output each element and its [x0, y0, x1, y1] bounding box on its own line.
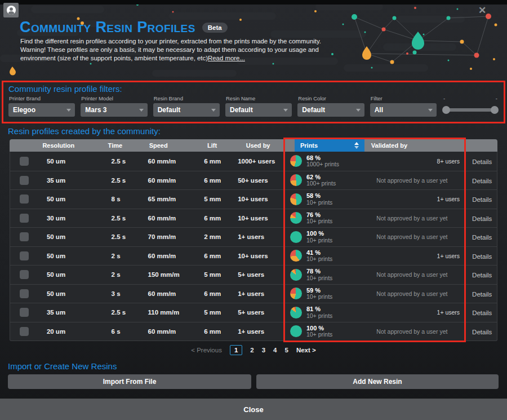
success-rate: 100 % — [306, 230, 332, 237]
slider-track — [446, 108, 495, 112]
filter-label: Resin Brand — [154, 95, 220, 101]
resin-color-select[interactable]: Default — [297, 103, 364, 117]
filter-label: Printer Model — [81, 95, 147, 101]
header-speed[interactable]: Speed — [140, 139, 198, 152]
cell-used-by: 1000+ users — [228, 158, 284, 165]
range-slider[interactable] — [442, 103, 499, 117]
read-more-link[interactable]: Read more... — [208, 55, 245, 61]
cell-used-by: 5+ users — [228, 309, 284, 316]
row-checkbox[interactable] — [20, 157, 29, 166]
row-checkbox[interactable] — [20, 176, 29, 185]
prints-count: 10+ prints — [306, 313, 332, 320]
table-row: 50 um 8 s 65 mm/m 5 mm 10+ users 58 % 10… — [10, 189, 497, 209]
details-link[interactable]: Details — [472, 329, 492, 335]
filter-label: Resin Color — [298, 95, 364, 101]
printer-brand-select[interactable]: Elegoo — [8, 103, 75, 117]
header-validated-by[interactable]: Validated by — [364, 139, 464, 152]
cell-speed: 60 mm/m — [138, 177, 194, 184]
cell-resolution: 50 um — [37, 271, 102, 278]
table-row: 50 um 2 s 150 mm/m 5 mm 5+ users 78 % 10… — [10, 265, 497, 284]
close-icon[interactable]: ✕ — [476, 5, 488, 17]
cell-prints: 62 % 100+ prints — [284, 174, 359, 187]
header-resolution[interactable]: Resolution — [33, 139, 98, 152]
prints-count: 1000+ prints — [306, 161, 339, 168]
pagination-page-2[interactable]: 2 — [250, 347, 254, 353]
details-link[interactable]: Details — [472, 215, 492, 222]
cell-lift: 6 mm — [194, 215, 228, 222]
table-row: 50 um 2.5 s 60 mm/m 6 mm 1000+ users 68 … — [10, 152, 497, 171]
cell-lift: 5 mm — [194, 271, 228, 278]
pagination-next[interactable]: Next > — [296, 347, 316, 353]
cell-speed: 60 mm/m — [138, 328, 194, 335]
details-link[interactable]: Details — [472, 196, 492, 203]
prints-count: 10+ prints — [306, 256, 332, 263]
filter-label: Printer Brand — [9, 95, 75, 101]
row-checkbox[interactable] — [20, 327, 29, 336]
cell-time: 2 s — [102, 253, 139, 259]
details-link[interactable]: Details — [472, 272, 492, 278]
details-link[interactable]: Details — [472, 178, 492, 184]
cell-prints: 59 % 10+ prints — [284, 287, 359, 300]
close-button[interactable]: Close — [240, 405, 266, 414]
top-bar — [0, 0, 507, 5]
details-link[interactable]: Details — [472, 310, 492, 316]
cell-validated-by: Not approved by a user yet — [359, 271, 466, 278]
printer-model-select[interactable]: Mars 3 — [81, 103, 147, 117]
prints-success-pie-icon — [290, 212, 302, 224]
description-text: Find the different resin profiles accord… — [20, 37, 337, 63]
beta-badge: Beta — [202, 23, 228, 33]
success-rate: 58 % — [306, 192, 332, 199]
details-link[interactable]: Details — [472, 291, 492, 298]
details-link[interactable]: Details — [472, 158, 492, 165]
row-checkbox[interactable] — [20, 308, 29, 317]
chevron-down-icon — [428, 109, 433, 112]
resin-brand-select[interactable]: Default — [153, 103, 220, 117]
community-resin-profiles-dialog: ✕ Community Resin Profiles Beta Find the… — [0, 0, 507, 420]
details-link[interactable]: Details — [472, 234, 492, 241]
details-link[interactable]: Details — [472, 253, 492, 260]
pagination-page-4[interactable]: 4 — [273, 347, 277, 353]
row-checkbox[interactable] — [20, 251, 29, 260]
row-checkbox[interactable] — [20, 214, 29, 223]
header-used-by[interactable]: Used by — [237, 139, 295, 152]
chevron-down-icon — [139, 109, 144, 112]
cell-lift: 5 mm — [194, 196, 228, 202]
cell-time: 8 s — [102, 196, 139, 202]
page-title: Community Resin Profiles — [20, 19, 195, 36]
cell-used-by: 50+ users — [228, 177, 284, 184]
header-checkbox-column — [10, 139, 33, 152]
filter-select[interactable]: All — [370, 103, 437, 117]
cell-prints: 100 % 10+ prints — [284, 325, 359, 338]
cell-time: 2.5 s — [102, 309, 139, 316]
cell-time: 2.5 s — [102, 233, 139, 240]
slider-handle-min[interactable] — [442, 106, 450, 114]
row-checkbox[interactable] — [20, 232, 29, 241]
cell-validated-by: 8+ users — [359, 158, 466, 165]
import-from-file-button[interactable]: Import From File — [8, 374, 251, 389]
row-checkbox[interactable] — [20, 270, 29, 279]
chevron-down-icon — [356, 109, 361, 112]
pagination-page-3[interactable]: 3 — [262, 347, 265, 353]
prints-count: 10+ prints — [306, 218, 332, 225]
header-time[interactable]: Time — [99, 139, 140, 152]
header-lift[interactable]: Lift — [198, 139, 237, 152]
cell-time: 2 s — [102, 271, 139, 278]
cell-validated-by: Not approved by a user yet — [359, 290, 466, 297]
cell-lift: 6 mm — [194, 158, 228, 165]
pagination-page-5[interactable]: 5 — [285, 347, 288, 353]
description-body: Find the different resin profiles accord… — [20, 38, 321, 61]
pagination-previous[interactable]: < Previous — [191, 347, 222, 353]
cell-prints: 78 % 10+ prints — [284, 268, 359, 281]
add-new-resin-button[interactable]: Add New Resin — [256, 374, 499, 389]
slider-handle-max[interactable] — [491, 106, 499, 114]
filter-label: Filter — [371, 95, 437, 101]
sort-icon[interactable] — [354, 142, 359, 149]
table-row: 50 um 2.5 s 70 mm/m 2 mm 1+ users 100 % … — [10, 227, 497, 246]
resin-name-select[interactable]: Default — [225, 103, 292, 117]
pagination-page-1[interactable]: 1 — [230, 345, 242, 355]
header-prints-sorted[interactable]: Prints — [295, 139, 364, 152]
cell-resolution: 35 um — [37, 309, 102, 316]
row-checkbox[interactable] — [20, 289, 29, 298]
account-button[interactable] — [3, 3, 19, 17]
row-checkbox[interactable] — [20, 194, 29, 204]
